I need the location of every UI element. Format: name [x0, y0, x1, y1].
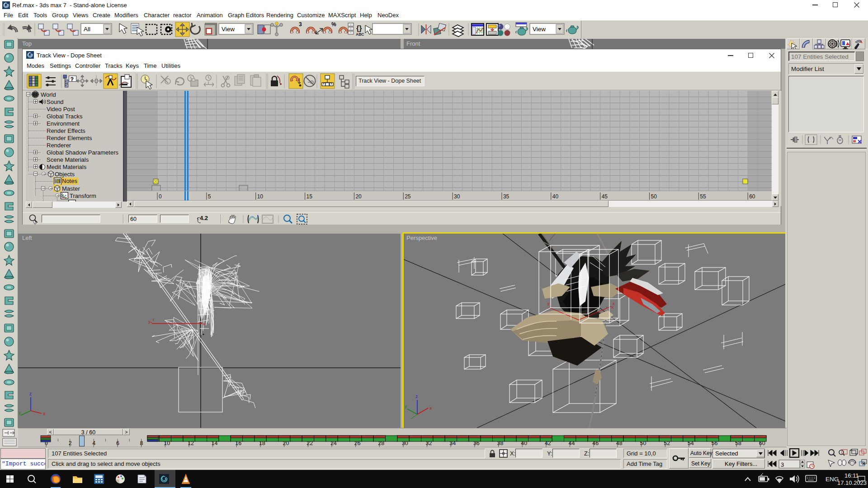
svg-text:16:11: 16:11 — [844, 472, 859, 479]
svg-text:50: 50 — [651, 193, 657, 200]
svg-text:20: 20 — [355, 193, 362, 200]
svg-text:y: y — [405, 404, 407, 409]
svg-text:10: 10 — [257, 193, 264, 200]
svg-text:View: View — [222, 26, 235, 33]
svg-text:ABC: ABC — [356, 32, 364, 37]
svg-text:45: 45 — [602, 193, 608, 200]
svg-text:40: 40 — [552, 193, 559, 200]
svg-text:2: 2 — [69, 440, 72, 446]
svg-text:z: z — [29, 391, 32, 396]
svg-text:60: 60 — [749, 193, 755, 200]
svg-text:{}: {} — [356, 24, 362, 32]
svg-text:x: x — [203, 322, 205, 326]
svg-text:3: 3 — [781, 461, 784, 468]
svg-text:z: z — [415, 394, 418, 399]
svg-text:25: 25 — [405, 193, 411, 200]
svg-text:4.2: 4.2 — [200, 215, 208, 221]
svg-text:x: x — [429, 406, 432, 411]
svg-text:30: 30 — [454, 193, 460, 200]
svg-text:8: 8 — [140, 440, 143, 446]
svg-text:View: View — [533, 26, 546, 33]
svg-text:55: 55 — [700, 193, 706, 200]
svg-text:35: 35 — [503, 193, 509, 200]
svg-text:4: 4 — [92, 440, 95, 446]
svg-text:%: % — [331, 21, 336, 28]
svg-text:All: All — [84, 26, 90, 33]
svg-text:x: x — [613, 301, 615, 306]
svg-text:x: x — [43, 411, 45, 416]
svg-text:6: 6 — [116, 440, 119, 446]
svg-text:0: 0 — [159, 193, 162, 200]
svg-text:ENG: ENG — [826, 476, 839, 483]
svg-text:?: ? — [71, 76, 73, 82]
svg-text:15: 15 — [307, 193, 313, 200]
svg-text:y: y — [19, 410, 21, 415]
svg-text:y: y — [148, 319, 151, 324]
svg-text:y: y — [547, 301, 550, 306]
svg-text:5: 5 — [208, 193, 211, 200]
svg-text:3: 3 — [299, 21, 302, 28]
